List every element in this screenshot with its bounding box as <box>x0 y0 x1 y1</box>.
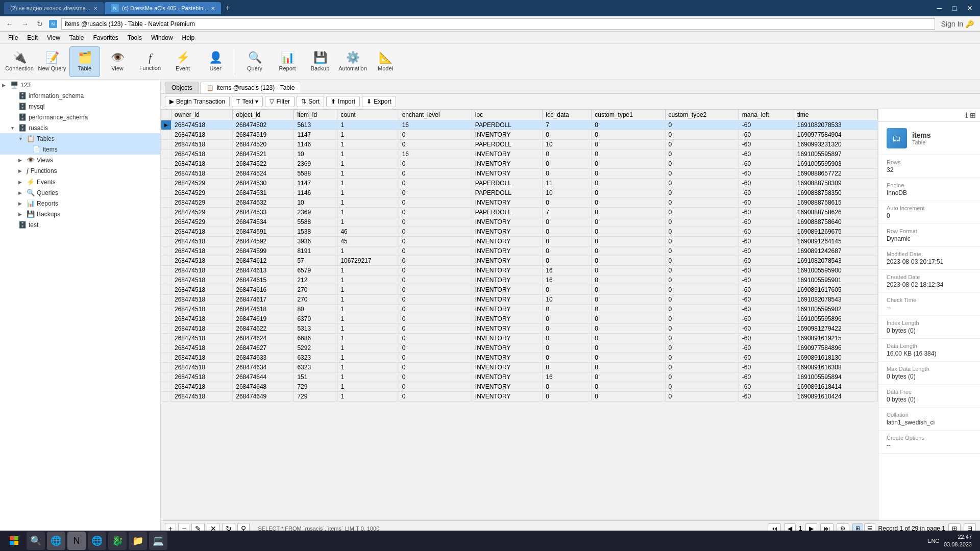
table-row[interactable]: ▶2684745182684745025613116PAPERDOLL700-6… <box>161 120 878 130</box>
table-row[interactable]: 26847451826847461521210INVENTORY1600-601… <box>161 276 878 285</box>
sidebar-item-information-schema[interactable]: 🗄️ information_schema <box>0 90 160 101</box>
table-row[interactable]: 268474518268474612571067292170INVENTORY0… <box>161 256 878 266</box>
sidebar-item-mysql[interactable]: 🗄️ mysql <box>0 101 160 112</box>
sidebar-item-reports[interactable]: ▶ 📊 Reports <box>0 198 160 209</box>
export-button[interactable]: ⬇ Export <box>362 96 396 107</box>
taskbar-extra[interactable]: 💻 <box>149 532 167 550</box>
toolbar-query[interactable]: 🔍 Query <box>239 46 270 77</box>
taskbar-edge[interactable]: 🌐 <box>47 532 65 550</box>
minimize-button[interactable]: ─ <box>934 4 945 12</box>
table-row[interactable]: 268474518268474613657910INVENTORY1600-60… <box>161 266 878 276</box>
tab-2-close[interactable]: ✕ <box>211 6 215 11</box>
sidebar-item-tables[interactable]: ▼ 📋 Tables <box>0 133 160 144</box>
menu-help[interactable]: Help <box>178 33 199 42</box>
menu-view[interactable]: View <box>43 33 64 42</box>
table-row[interactable]: 268474518268474599819110INVENTORY000-601… <box>161 246 878 256</box>
taskbar-start-button[interactable] <box>4 531 24 551</box>
sidebar-item-items[interactable]: 📄 items <box>0 144 160 155</box>
browser-tab-1[interactable]: (2) не видно иконок .dressme... ✕ <box>4 2 104 14</box>
sidebar-item-123[interactable]: ▶ 🖥️ 123 <box>0 80 160 90</box>
table-row[interactable]: 2684745292684745321010INVENTORY000-60169… <box>161 198 878 208</box>
toolbar-backup[interactable]: 💾 Backup <box>305 46 335 77</box>
taskbar-files[interactable]: 📁 <box>129 532 147 550</box>
browser-tab-2[interactable]: N (c) DressMe aCis 405 - Pastebin... ✕ <box>105 2 221 14</box>
table-row[interactable]: 2684745182684745923936450INVENTORY000-60… <box>161 237 878 246</box>
sidebar-item-views[interactable]: ▶ 👁️ Views <box>0 155 160 165</box>
table-row[interactable]: 268474518268474524558810INVENTORY000-601… <box>161 169 878 179</box>
taskbar-dragon[interactable]: 🐉 <box>108 532 127 550</box>
table-row[interactable]: 268474518268474622531310INVENTORY000-601… <box>161 324 878 334</box>
sidebar-item-performance-schema[interactable]: 🗄️ performance_schema <box>0 112 160 122</box>
col-item-id[interactable]: item_id <box>294 110 337 120</box>
tab-1-close[interactable]: ✕ <box>93 6 97 11</box>
toolbar-report[interactable]: 📊 Report <box>272 46 303 77</box>
col-owner-id[interactable]: owner_id <box>172 110 233 120</box>
col-count[interactable]: count <box>337 110 399 120</box>
forward-button[interactable]: → <box>19 19 31 29</box>
toolbar-table[interactable]: 🗂️ Table <box>69 46 100 77</box>
col-loc[interactable]: loc <box>472 110 542 120</box>
props-info-button[interactable]: ℹ <box>965 111 968 119</box>
import-button[interactable]: ⬆ Import <box>326 96 360 107</box>
menu-file[interactable]: File <box>4 33 22 42</box>
maximize-button[interactable]: □ <box>949 4 960 12</box>
menu-window[interactable]: Window <box>147 33 177 42</box>
sidebar-item-test[interactable]: 🗄️ test <box>0 219 160 230</box>
col-custom-type1[interactable]: custom_type1 <box>592 110 665 120</box>
toolbar-automation[interactable]: ⚙️ Automation <box>337 46 368 77</box>
table-row[interactable]: 268474529268474533236910PAPERDOLL700-601… <box>161 208 878 217</box>
table-row[interactable]: 268474518268474627529210INVENTORY000-601… <box>161 343 878 353</box>
table-row[interactable]: 2684745182684745911538460INVENTORY000-60… <box>161 227 878 237</box>
table-row[interactable]: 26847451826847464415110INVENTORY1600-601… <box>161 372 878 382</box>
col-custom-type2[interactable]: custom_type2 <box>665 110 739 120</box>
begin-transaction-button[interactable]: ▶ Begin Transaction <box>165 96 230 107</box>
table-row[interactable]: 268474518268474634632310INVENTORY000-601… <box>161 363 878 372</box>
menu-table[interactable]: Table <box>65 33 88 42</box>
refresh-button[interactable]: ↻ <box>35 19 45 29</box>
table-row[interactable]: 268474518268474633632310INVENTORY000-601… <box>161 353 878 363</box>
toolbar-event[interactable]: ⚡ Event <box>167 46 198 77</box>
table-container[interactable]: owner_id object_id item_id count enchant… <box>161 109 878 520</box>
text-button[interactable]: T Text ▾ <box>232 96 263 107</box>
table-row[interactable]: 26847451826847461627010INVENTORY000-6016… <box>161 285 878 295</box>
table-row[interactable]: 268474529268474530114710PAPERDOLL1100-60… <box>161 179 878 188</box>
table-row[interactable]: 2684745182684746188010INVENTORY000-60169… <box>161 305 878 314</box>
table-row[interactable]: 26847451826847464872910INVENTORY000-6016… <box>161 382 878 392</box>
toolbar-model[interactable]: 📐 Model <box>370 46 401 77</box>
sidebar-item-queries[interactable]: ▶ 🔍 Queries <box>0 187 160 198</box>
col-time[interactable]: time <box>794 110 877 120</box>
menu-tools[interactable]: Tools <box>124 33 146 42</box>
table-row[interactable]: 26847451826847452110116INVENTORY000-6016… <box>161 149 878 159</box>
taskbar-search[interactable]: 🔍 <box>27 532 45 550</box>
toolbar-connection[interactable]: 🔌 Connection <box>4 46 35 77</box>
objects-tab[interactable]: Objects <box>165 82 199 93</box>
table-row[interactable]: 268474518268474522236910INVENTORY000-601… <box>161 159 878 169</box>
filter-button[interactable]: ▽ Filter <box>265 96 295 107</box>
table-tab[interactable]: 📋 items @rusacis (123) - Table <box>200 82 302 93</box>
sidebar-item-events[interactable]: ▶ ⚡ Events <box>0 177 160 187</box>
taskbar-chrome[interactable]: 🌐 <box>88 532 106 550</box>
sidebar-item-functions[interactable]: ▶ f Functions <box>0 165 160 177</box>
table-row[interactable]: 268474529268474534558810INVENTORY000-601… <box>161 217 878 227</box>
table-row[interactable]: 268474518268474519114710INVENTORY000-601… <box>161 130 878 140</box>
address-input[interactable] <box>61 18 935 30</box>
sign-in-button[interactable]: Sign In 🔑 <box>939 19 976 29</box>
table-row[interactable]: 268474518268474619637010INVENTORY000-601… <box>161 314 878 324</box>
col-object-id[interactable]: object_id <box>233 110 294 120</box>
col-mana-left[interactable]: mana_left <box>739 110 794 120</box>
toolbar-user[interactable]: 👤 User <box>200 46 231 77</box>
table-row[interactable]: 268474518268474520114610PAPERDOLL1000-60… <box>161 140 878 149</box>
table-row[interactable]: 26847451826847464972910INVENTORY000-6016… <box>161 392 878 402</box>
new-tab-button[interactable]: + <box>222 2 233 14</box>
menu-favorites[interactable]: Favorites <box>89 33 122 42</box>
col-loc-data[interactable]: loc_data <box>543 110 592 120</box>
toolbar-view[interactable]: 👁️ View <box>102 46 133 77</box>
toolbar-function[interactable]: f Function <box>135 46 165 77</box>
table-row[interactable]: 268474529268474531114610PAPERDOLL1000-60… <box>161 188 878 198</box>
sort-button[interactable]: ⇅ Sort <box>297 96 324 107</box>
menu-edit[interactable]: Edit <box>23 33 42 42</box>
toolbar-new-query[interactable]: 📝 New Query <box>37 46 67 77</box>
table-row[interactable]: 26847451826847461727010INVENTORY1000-601… <box>161 295 878 305</box>
table-row[interactable]: 268474518268474624668610INVENTORY000-601… <box>161 334 878 343</box>
col-enchant-level[interactable]: enchant_level <box>399 110 472 120</box>
